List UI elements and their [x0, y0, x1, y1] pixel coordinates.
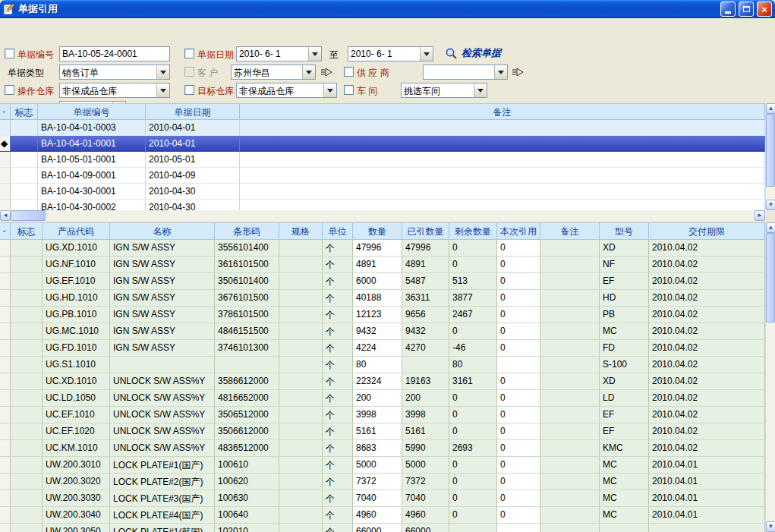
item-table-vscrollbar[interactable]: ▲ ▼: [765, 222, 775, 532]
item-row[interactable]: UW.200.3050LOCK PLATE#1(韩国)102010个660006…: [0, 524, 765, 532]
table-cell: 2010-05-01: [146, 152, 240, 168]
table-cell: 40188: [353, 290, 402, 307]
target-warehouse-select[interactable]: 非保成品仓库: [236, 83, 337, 98]
item-row[interactable]: UC.LD.1050UNLOCK S/W ASS%Y4816652000个200…: [0, 390, 765, 407]
scrollbar-thumb[interactable]: [766, 233, 775, 323]
chevron-down-icon[interactable]: [323, 83, 336, 97]
maximize-button[interactable]: [739, 2, 754, 17]
target-warehouse-checkbox[interactable]: [184, 85, 194, 95]
table-cell: UW.200.3020: [43, 474, 110, 490]
date-from-select[interactable]: 2010- 6- 1: [236, 46, 322, 61]
scroll-down-button[interactable]: ▼: [766, 200, 775, 210]
table-cell: 3506512000: [215, 407, 279, 423]
item-row[interactable]: UG.EF.1010IGN S/W ASSY3506101400个6000548…: [0, 273, 765, 290]
scrollbar-track[interactable]: [46, 210, 755, 221]
table-cell: LOCK PLATE#3(国产): [110, 490, 215, 507]
doc-type-select[interactable]: 销售订单: [59, 65, 170, 80]
chevron-down-icon[interactable]: [302, 65, 315, 79]
table-cell: MC: [600, 490, 649, 507]
table-cell: UG.XD.1010: [43, 240, 110, 257]
supplier-browse-button[interactable]: [511, 65, 526, 79]
table-cell: [279, 457, 323, 474]
item-row[interactable]: UC.EF.1020UNLOCK S/W ASS%Y3506612000个516…: [0, 423, 765, 440]
scroll-left-button[interactable]: ◄: [0, 210, 11, 221]
table-cell: IGN S/W ASSY: [110, 307, 215, 323]
doc-date-checkbox[interactable]: [184, 49, 194, 58]
target-warehouse-label: 目标仓库: [197, 85, 234, 98]
horizontal-scrollbar[interactable]: ◄ ►: [0, 210, 765, 221]
table-cell: IGN S/W ASSY: [110, 273, 215, 290]
document-row[interactable]: BA-10-05-01-00012010-05-01: [0, 152, 765, 168]
chevron-down-icon[interactable]: [308, 47, 321, 61]
table-cell: 个: [323, 357, 353, 373]
date-to-select[interactable]: 2010- 6- 1: [348, 46, 433, 61]
table-cell: 个: [323, 390, 353, 407]
op-warehouse-select[interactable]: 非保成品仓库: [59, 83, 170, 98]
chevron-down-icon[interactable]: [494, 65, 507, 79]
item-row[interactable]: UG.HD.1010IGN S/W ASSY3676101500个4018836…: [0, 290, 765, 307]
scrollbar-thumb[interactable]: [11, 210, 46, 221]
scrollbar-track[interactable]: [766, 233, 775, 521]
minimize-button[interactable]: [720, 2, 736, 17]
workshop-select[interactable]: 挑选车间: [401, 83, 487, 98]
customer-select[interactable]: 苏州华昌: [231, 65, 316, 80]
table-cell: BA-10-04-01-0001: [38, 136, 146, 152]
close-button[interactable]: ×: [757, 2, 772, 17]
item-row[interactable]: UG.MC.1010IGN S/W ASSY4846151500个9432943…: [0, 323, 765, 340]
item-row[interactable]: UC.XD.1010UNLOCK S/W ASS%Y3586612000个223…: [0, 373, 765, 390]
item-row[interactable]: UW.200.3040LOCK PLATE#4(国产)100640个496049…: [0, 507, 765, 524]
column-header: 名称: [110, 223, 215, 240]
table-cell: 47996: [402, 240, 449, 257]
search-docs-button[interactable]: 检索单据: [445, 46, 501, 60]
item-row[interactable]: UG.XD.1010IGN S/W ASSY3556101400个4799647…: [0, 240, 765, 257]
scroll-up-button[interactable]: ▲: [766, 103, 775, 114]
supplier-select[interactable]: [423, 65, 508, 80]
workshop-checkbox[interactable]: [344, 85, 354, 95]
table-cell: 个: [323, 257, 353, 273]
chevron-down-icon[interactable]: [474, 83, 487, 97]
table-cell: 3998: [402, 407, 449, 423]
op-warehouse-checkbox[interactable]: [5, 85, 14, 95]
table-cell: 2010-04-01: [146, 120, 240, 136]
doc-no-input[interactable]: [59, 46, 170, 61]
item-row[interactable]: UW.200.3010LOCK PLATE#1(国产)100610个500050…: [0, 457, 765, 474]
chevron-down-icon[interactable]: [420, 47, 433, 61]
item-row[interactable]: UG.S1.1010个8080S-1002010.04.02: [0, 357, 765, 373]
table-cell: [540, 373, 600, 390]
scrollbar-thumb[interactable]: [766, 114, 775, 187]
chevron-down-icon[interactable]: [156, 83, 169, 97]
document-row[interactable]: BA-10-04-30-00022010-04-30: [0, 200, 765, 210]
item-row[interactable]: UC.KM.1010UNLOCK S/W ASS%Y4836512000个868…: [0, 440, 765, 457]
item-row[interactable]: UC.EF.1010UNLOCK S/W ASS%Y3506512000个399…: [0, 407, 765, 423]
table-cell: [540, 423, 600, 440]
item-row[interactable]: UW.200.3020LOCK PLATE#2(国产)100620个737273…: [0, 474, 765, 490]
scroll-right-button[interactable]: ►: [755, 210, 765, 221]
scrollbar-track[interactable]: [766, 114, 775, 200]
scroll-up-button[interactable]: ▲: [766, 222, 775, 233]
scroll-down-button[interactable]: ▼: [766, 521, 775, 532]
table-cell: 9432: [353, 323, 402, 340]
table-cell: UG.EF.1010: [43, 273, 110, 290]
table-cell: [11, 240, 43, 257]
doc-no-checkbox[interactable]: [5, 49, 14, 58]
titlebar[interactable]: 单据引用 ×: [0, 0, 775, 18]
document-row[interactable]: BA-10-04-09-00012010-04-09: [0, 168, 765, 184]
document-row[interactable]: ◆BA-10-04-01-00012010-04-01: [0, 136, 765, 152]
item-row[interactable]: UG.PB.1010IGN S/W ASSY3786101500个1212396…: [0, 307, 765, 323]
table-cell: 3998: [353, 407, 402, 423]
item-row[interactable]: UG.FD.1010IGN S/W ASSY3746101300个4224427…: [0, 340, 765, 357]
document-table-vscrollbar[interactable]: ▲ ▼: [765, 103, 775, 210]
customer-checkbox[interactable]: [184, 67, 194, 77]
table-cell: 个: [323, 507, 353, 524]
supplier-checkbox[interactable]: [344, 67, 354, 77]
table-cell: [540, 490, 600, 507]
customer-browse-button[interactable]: [320, 65, 335, 79]
table-cell: 7372: [402, 474, 449, 490]
column-header: 条形码: [215, 223, 279, 240]
document-row[interactable]: BA-10-04-01-00032010-04-01: [0, 120, 765, 136]
item-row[interactable]: UG.NF.1010IGN S/W ASSY3616101500个4891489…: [0, 257, 765, 273]
document-row[interactable]: BA-10-04-30-00012010-04-30: [0, 184, 765, 200]
item-row[interactable]: UW.200.3030LOCK PLATE#3(国产)100630个704070…: [0, 490, 765, 507]
table-cell: 19163: [402, 373, 449, 390]
chevron-down-icon[interactable]: [156, 65, 169, 79]
